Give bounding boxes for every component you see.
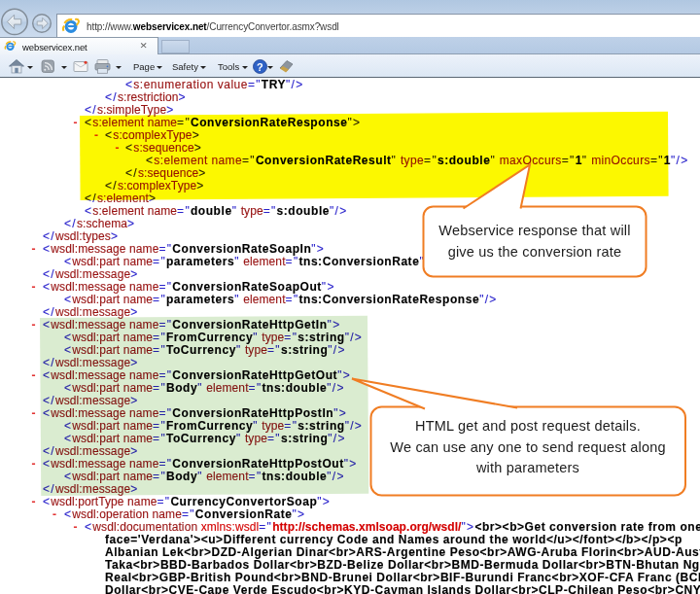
svg-text:?: ?: [257, 61, 263, 73]
